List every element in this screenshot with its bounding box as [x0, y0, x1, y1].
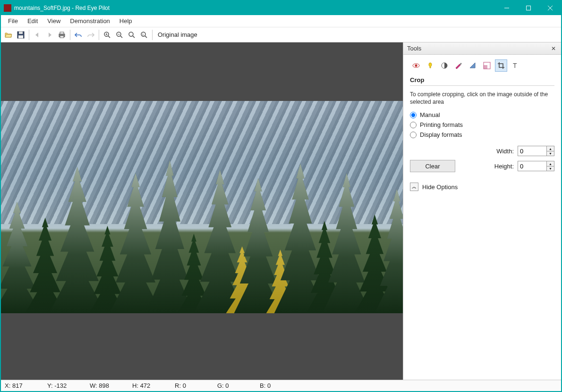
text-tool-icon[interactable]: T — [509, 59, 521, 72]
app-icon — [4, 4, 11, 12]
height-spinner[interactable]: ▲▼ — [518, 161, 554, 171]
svg-text:1: 1 — [142, 33, 144, 36]
tools-panel-title: Tools — [407, 45, 421, 52]
svg-line-15 — [120, 36, 122, 38]
back-icon[interactable] — [32, 29, 43, 41]
radio-display[interactable]: Display formats — [410, 131, 554, 138]
redeye-tool-icon[interactable] — [410, 59, 422, 72]
separator — [70, 30, 70, 40]
status-b: B: 0 — [260, 382, 302, 389]
canvas-area[interactable] — [1, 42, 403, 380]
svg-line-18 — [133, 36, 135, 38]
menu-edit[interactable]: Edit — [23, 16, 42, 26]
radio-manual[interactable]: Manual — [410, 111, 554, 118]
svg-rect-26 — [484, 65, 487, 69]
tools-panel: Tools ✕ T Crop To complete cropping, cli… — [403, 42, 561, 380]
canvas-padding-top — [1, 42, 403, 101]
save-icon[interactable] — [15, 29, 26, 41]
chevron-up-icon[interactable]: ︽ — [410, 183, 418, 191]
hide-options-label: Hide Options — [422, 183, 458, 191]
forward-icon[interactable] — [44, 29, 55, 41]
separator — [152, 30, 153, 40]
zoom-out-icon[interactable] — [114, 29, 125, 41]
client-area: Tools ✕ T Crop To complete cropping, cli… — [1, 42, 561, 380]
tools-panel-close-icon[interactable]: ✕ — [550, 45, 557, 52]
minimize-button[interactable] — [496, 1, 518, 15]
svg-rect-8 — [60, 32, 64, 34]
rotate-tool-icon[interactable] — [467, 59, 479, 72]
app-window: mountains_SoftFD.jpg - Red Eye Pilot Fil… — [0, 0, 562, 392]
radio-display-label: Display formats — [420, 131, 462, 138]
radio-printing-label: Printing formats — [420, 121, 463, 128]
status-r: R: 0 — [175, 382, 217, 389]
zoom-in-icon[interactable] — [102, 29, 113, 41]
resize-tool-icon[interactable] — [481, 59, 493, 72]
tool-section-title: Crop — [410, 76, 554, 86]
svg-text:T: T — [513, 62, 517, 69]
menu-help[interactable]: Help — [115, 16, 136, 26]
menu-view[interactable]: View — [43, 16, 65, 26]
radio-display-input[interactable] — [410, 132, 417, 138]
toolbar: 1 Original image — [1, 27, 561, 42]
status-x: X: 817 — [5, 382, 47, 389]
undo-icon[interactable] — [73, 29, 84, 41]
dimension-controls: Width: ▲▼ Clear Height: ▲▼ — [410, 146, 554, 172]
brightness-tool-icon[interactable] — [424, 59, 436, 72]
color-tool-icon[interactable] — [452, 59, 465, 72]
hide-options-toggle[interactable]: ︽ Hide Options — [410, 183, 554, 191]
titlebar: mountains_SoftFD.jpg - Red Eye Pilot — [1, 1, 561, 15]
separator — [99, 30, 99, 40]
svg-rect-6 — [18, 35, 23, 38]
crop-tool-icon[interactable] — [495, 59, 507, 72]
status-g: G: 0 — [217, 382, 260, 389]
svg-point-23 — [415, 65, 417, 67]
svg-point-17 — [129, 32, 133, 36]
close-button[interactable] — [539, 1, 561, 15]
tool-description: To complete cropping, click on the image… — [410, 91, 554, 106]
zoom-100-icon[interactable]: 1 — [138, 29, 150, 41]
width-down-icon[interactable]: ▼ — [547, 151, 554, 156]
height-input[interactable] — [518, 161, 546, 171]
canvas-padding-bottom — [1, 313, 403, 380]
contrast-tool-icon[interactable] — [438, 59, 451, 72]
image-viewport[interactable] — [1, 101, 403, 313]
svg-rect-1 — [527, 6, 531, 10]
window-title: mountains_SoftFD.jpg - Red Eye Pilot — [14, 5, 496, 11]
svg-rect-5 — [19, 32, 23, 34]
radio-printing[interactable]: Printing formats — [410, 121, 554, 128]
maximize-button[interactable] — [518, 1, 539, 15]
svg-rect-9 — [60, 36, 64, 38]
status-y: Y: -132 — [47, 382, 90, 389]
status-w: W: 898 — [90, 382, 132, 389]
tool-icon-row: T — [410, 59, 554, 72]
svg-line-11 — [108, 36, 110, 38]
svg-line-20 — [145, 36, 147, 38]
height-up-icon[interactable]: ▲ — [547, 161, 554, 167]
redo-icon[interactable] — [85, 29, 96, 41]
open-icon[interactable] — [3, 29, 14, 41]
width-up-icon[interactable]: ▲ — [547, 146, 554, 151]
tools-panel-body: T Crop To complete cropping, click on th… — [403, 55, 561, 196]
width-input[interactable] — [518, 146, 546, 156]
menu-file[interactable]: File — [4, 16, 22, 26]
height-down-icon[interactable]: ▼ — [547, 167, 554, 171]
radio-manual-label: Manual — [420, 111, 440, 118]
menu-demonstration[interactable]: Demonstration — [66, 16, 114, 26]
width-spinner[interactable]: ▲▼ — [518, 146, 554, 156]
height-label: Height: — [494, 163, 514, 170]
zoom-fit-icon[interactable] — [126, 29, 137, 41]
radio-printing-input[interactable] — [410, 122, 417, 128]
status-h: H: 472 — [132, 382, 175, 389]
radio-manual-input[interactable] — [410, 112, 417, 118]
menubar: File Edit View Demonstration Help — [1, 15, 561, 27]
statusbar: X: 817 Y: -132 W: 898 H: 472 R: 0 G: 0 B… — [1, 380, 561, 391]
tools-panel-header: Tools ✕ — [403, 42, 561, 55]
toolbar-label: Original image — [155, 31, 200, 38]
clear-button[interactable]: Clear — [410, 160, 455, 172]
print-icon[interactable] — [56, 29, 68, 41]
separator — [29, 30, 29, 40]
width-label: Width: — [496, 148, 514, 155]
